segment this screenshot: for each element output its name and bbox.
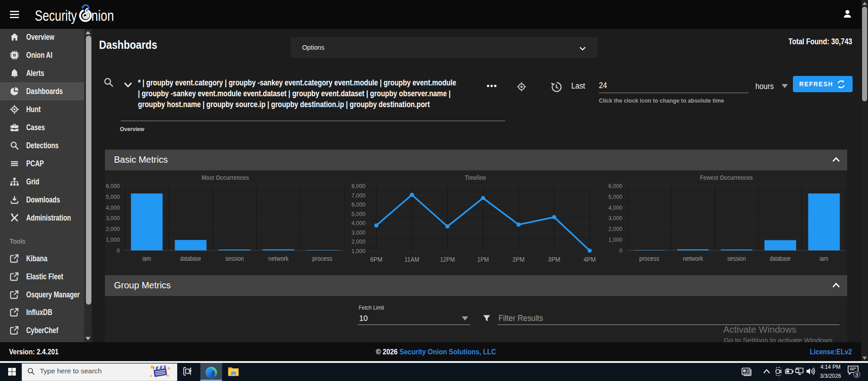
svg-text:iam: iam	[820, 255, 828, 262]
svg-text:4PM: 4PM	[583, 256, 596, 263]
svg-text:database: database	[180, 255, 201, 262]
svg-text:1,000: 1,000	[351, 248, 365, 254]
svg-text:database: database	[770, 255, 791, 262]
svg-text:4,000: 4,000	[351, 220, 365, 226]
svg-text:6,000: 6,000	[608, 183, 622, 189]
svg-text:11AM: 11AM	[404, 256, 419, 263]
svg-text:1,000: 1,000	[608, 236, 622, 243]
svg-text:5,000: 5,000	[608, 193, 622, 200]
svg-text:process: process	[639, 255, 659, 262]
svg-text:2,000: 2,000	[106, 226, 120, 232]
svg-text:3PM: 3PM	[548, 256, 560, 263]
svg-text:2,000: 2,000	[608, 226, 622, 232]
svg-text:2PM: 2PM	[512, 256, 525, 263]
svg-text:5,000: 5,000	[351, 211, 365, 217]
svg-text:iam: iam	[142, 255, 151, 262]
svg-text:12PM: 12PM	[440, 256, 455, 263]
svg-text:7,000: 7,000	[351, 192, 365, 199]
svg-text:Fewest Occurrences: Fewest Occurrences	[700, 174, 753, 181]
svg-text:0: 0	[117, 247, 120, 254]
svg-text:2,000: 2,000	[351, 238, 365, 245]
svg-text:1,000: 1,000	[106, 236, 120, 243]
svg-text:6,000: 6,000	[106, 183, 120, 189]
svg-text:4,000: 4,000	[608, 204, 622, 211]
svg-text:3,000: 3,000	[351, 229, 365, 236]
svg-text:session: session	[727, 255, 746, 262]
svg-text:3: 3	[855, 372, 858, 377]
svg-text:network: network	[683, 255, 703, 262]
svg-text:process: process	[313, 255, 332, 262]
svg-text:6PM: 6PM	[370, 256, 383, 263]
svg-text:4,000: 4,000	[106, 204, 120, 211]
svg-text:Most Occurrences: Most Occurrences	[202, 174, 249, 181]
svg-text:5,000: 5,000	[106, 193, 120, 200]
svg-text:3,000: 3,000	[106, 215, 120, 221]
svg-text:6,000: 6,000	[351, 201, 365, 208]
svg-text:Timeline: Timeline	[465, 174, 486, 181]
svg-text:session: session	[225, 255, 244, 262]
svg-text:1PM: 1PM	[477, 256, 489, 263]
svg-text:network: network	[268, 255, 289, 262]
svg-text:0: 0	[619, 247, 622, 254]
svg-text:3,000: 3,000	[608, 215, 622, 221]
svg-text:8,000: 8,000	[351, 183, 365, 189]
